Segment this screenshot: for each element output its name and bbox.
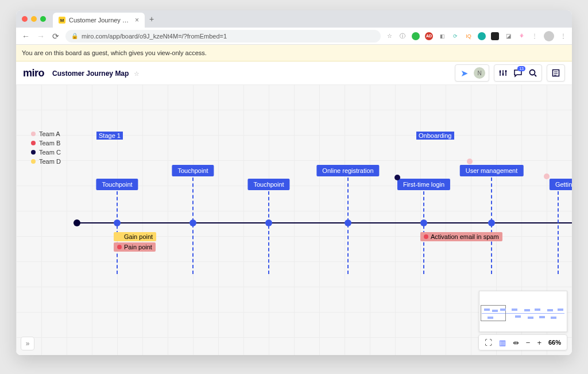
svg-point-0 xyxy=(500,71,501,73)
traffic-lights xyxy=(22,16,46,22)
profile-avatar-icon[interactable] xyxy=(544,31,554,41)
ext-gray-icon[interactable]: ◧ xyxy=(438,32,446,40)
export-group xyxy=(547,64,565,82)
fit-icon[interactable]: ⇹ xyxy=(513,338,519,347)
pain-point[interactable]: Activation email in spam xyxy=(420,232,502,241)
point-label: Gain point xyxy=(124,233,153,240)
legend-label: Team B xyxy=(39,140,60,146)
point-label: Activation email in spam xyxy=(431,233,499,240)
svg-point-2 xyxy=(505,71,507,72)
header-right: ➤ N 13 xyxy=(455,64,565,82)
tab-close-icon[interactable]: × xyxy=(135,16,139,24)
point-dot-icon xyxy=(117,245,122,249)
titlebar: M Customer Journey Map, Online × + xyxy=(16,10,572,28)
ext-info-icon[interactable]: ⓘ xyxy=(399,32,407,40)
ext-more-icon[interactable]: ⋮ xyxy=(531,32,539,40)
window-maximize-icon[interactable] xyxy=(40,16,46,22)
svg-point-3 xyxy=(530,70,535,75)
canvas[interactable]: Team ATeam BTeam CTeam D Stage 1Onboardi… xyxy=(16,84,572,355)
connector-line xyxy=(491,178,492,274)
legend-dot-icon xyxy=(31,141,36,145)
ext-black-icon[interactable] xyxy=(491,32,499,40)
connector-line xyxy=(558,191,559,274)
point-label: Pain point xyxy=(124,244,152,250)
legend-label: Team C xyxy=(39,149,61,156)
zoom-controls: ⛶ ▥ ⇹ − + 66% xyxy=(478,334,567,350)
app-header: miro Customer Journey Map ☆ ➤ N 13 xyxy=(16,61,572,84)
extension-icons: ☆ ⓘ AD ◧ ⟳ IQ ◪ ⚘ ⋮ ⋮ xyxy=(385,31,567,41)
team-dot-icon xyxy=(467,159,473,164)
browser-menu-icon[interactable]: ⋮ xyxy=(559,32,567,40)
ext-bookmark-icon[interactable]: ◪ xyxy=(504,32,512,40)
team-dot-icon xyxy=(544,173,550,179)
legend-dot-icon xyxy=(31,159,36,164)
touchpoint-card[interactable]: Getting xyxy=(550,179,572,190)
star-icon[interactable]: ☆ xyxy=(385,32,393,40)
ext-teal-icon[interactable]: ⟳ xyxy=(451,32,459,40)
nav-reload-icon[interactable]: ⟳ xyxy=(51,32,61,41)
point-dot-icon xyxy=(117,234,122,239)
tab-title: Customer Journey Map, Online xyxy=(69,17,131,24)
banner-text: You are on this board as guest, which gi… xyxy=(22,49,207,56)
minimap[interactable] xyxy=(479,291,567,332)
miro-logo[interactable]: miro xyxy=(23,67,44,79)
stage-label[interactable]: Stage 1 xyxy=(96,132,123,140)
cursor-icon[interactable]: ➤ xyxy=(459,68,469,79)
window-close-icon[interactable] xyxy=(22,16,28,22)
minimap-viewport[interactable] xyxy=(481,305,506,321)
zoom-level[interactable]: 66% xyxy=(548,339,561,346)
search-icon[interactable] xyxy=(528,68,538,78)
new-tab-button[interactable]: + xyxy=(149,14,154,24)
ext-green-icon[interactable] xyxy=(412,32,420,40)
touchpoint-card[interactable]: First-time login xyxy=(397,179,450,190)
legend-row: Team D xyxy=(31,158,61,165)
url-input[interactable]: 🔒 miro.com/app/board/o9J_kzeNt4M=/?fromE… xyxy=(65,30,381,43)
collapse-toolbar-icon[interactable]: » xyxy=(21,337,34,350)
touchpoint-card[interactable]: Online registration xyxy=(316,165,379,176)
url-text: miro.com/app/board/o9J_kzeNt4M=/?fromEmb… xyxy=(82,33,227,40)
comment-icon[interactable]: 13 xyxy=(513,68,523,78)
star-board-icon[interactable]: ☆ xyxy=(134,70,140,77)
touchpoint-card[interactable]: User management xyxy=(460,165,524,176)
legend: Team ATeam BTeam CTeam D xyxy=(31,130,61,167)
nav-back-icon[interactable]: ← xyxy=(21,32,31,41)
legend-row: Team B xyxy=(31,140,61,146)
presence-group: ➤ N xyxy=(455,64,489,82)
legend-label: Team A xyxy=(39,130,60,137)
ext-red-icon[interactable]: AD xyxy=(425,32,433,40)
legend-row: Team C xyxy=(31,149,61,156)
ext-teal2-icon[interactable] xyxy=(478,32,486,40)
gain-point[interactable]: Gain point xyxy=(114,232,156,241)
ext-pink-icon[interactable]: ⚘ xyxy=(517,32,525,40)
touchpoint-card[interactable]: Touchpoint xyxy=(172,165,214,176)
touchpoint-card[interactable]: Touchpoint xyxy=(96,179,138,190)
browser-window: M Customer Journey Map, Online × + ← → ⟳… xyxy=(16,10,572,355)
guest-banner: You are on this board as guest, which gi… xyxy=(16,45,572,61)
ext-orange-icon[interactable]: IQ xyxy=(465,32,473,40)
nav-forward-icon[interactable]: → xyxy=(36,32,46,41)
legend-dot-icon xyxy=(31,150,36,155)
legend-dot-icon xyxy=(31,132,36,136)
frames-icon[interactable]: ▥ xyxy=(499,338,506,347)
pain-point[interactable]: Pain point xyxy=(114,242,156,252)
zoom-in-icon[interactable]: + xyxy=(537,338,541,347)
export-icon[interactable] xyxy=(551,68,561,78)
team-dot-icon xyxy=(394,175,400,180)
fullscreen-icon[interactable]: ⛶ xyxy=(485,338,492,347)
connector-line xyxy=(192,178,194,274)
browser-tab[interactable]: M Customer Journey Map, Online × xyxy=(53,13,145,28)
connector-line xyxy=(347,178,349,274)
user-avatar[interactable]: N xyxy=(474,67,485,79)
zoom-out-icon[interactable]: − xyxy=(526,338,531,347)
comment-badge: 13 xyxy=(517,66,525,71)
board-title[interactable]: Customer Journey Map xyxy=(52,70,129,78)
touchpoint-card[interactable]: Touchpoint xyxy=(247,179,289,190)
address-bar: ← → ⟳ 🔒 miro.com/app/board/o9J_kzeNt4M=/… xyxy=(16,28,572,45)
window-minimize-icon[interactable] xyxy=(31,16,37,22)
settings-icon[interactable] xyxy=(498,68,508,78)
stage-label[interactable]: Onboarding xyxy=(416,132,454,140)
tools-group: 13 xyxy=(494,64,542,82)
timeline-start-node[interactable] xyxy=(74,219,80,226)
timeline xyxy=(74,222,572,223)
tab-favicon-icon: M xyxy=(59,17,65,24)
